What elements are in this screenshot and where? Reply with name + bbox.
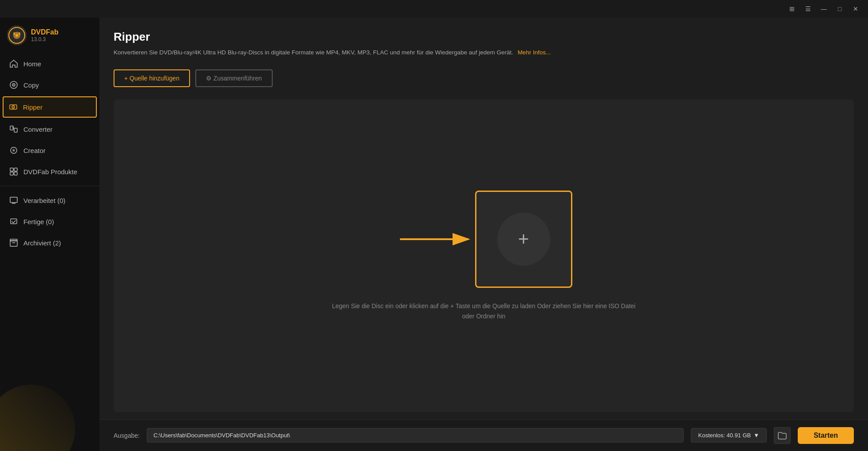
done-icon: [9, 217, 18, 226]
ripper-icon: [9, 103, 18, 111]
sidebar-item-ripper-label: Ripper: [23, 103, 42, 111]
sidebar-item-copy[interactable]: Copy: [0, 74, 99, 96]
add-circle: +: [497, 213, 550, 266]
main-content: Ripper Konvertieren Sie DVD/Blu-ray/4K U…: [99, 18, 868, 451]
svg-rect-22: [11, 219, 17, 224]
sidebar-item-products[interactable]: DVDFab Produkte: [0, 161, 99, 182]
creator-icon: [9, 146, 18, 155]
svg-rect-24: [10, 239, 17, 241]
merge-button[interactable]: ⚙ Zusammenführen: [195, 69, 273, 87]
drop-zone[interactable]: + Legen Sie die Disc ein oder klicken au…: [114, 99, 854, 412]
converter-icon: [9, 125, 18, 134]
products-icon: [9, 167, 18, 176]
sidebar-item-home-label: Home: [23, 60, 41, 68]
toolbar: + Quelle hinzufügen ⚙ Zusammenführen: [99, 64, 868, 92]
sidebar-item-verarbeitet-label: Verarbeitet (0): [23, 197, 65, 204]
sidebar-item-creator-label: Creator: [23, 147, 46, 154]
close-icon: ✕: [853, 5, 858, 12]
sidebar-item-fertige[interactable]: Fertige (0): [0, 211, 99, 232]
page-description: Konvertieren Sie DVD/Blu-ray/4K Ultra HD…: [114, 48, 854, 57]
nav-divider: [0, 186, 99, 186]
sidebar: DVDFab 13.0.3 Home: [0, 18, 99, 451]
sidebar-item-archiviert-label: Archiviert (2): [23, 239, 61, 247]
settings-button[interactable]: ⊞: [784, 2, 800, 15]
archive-icon: [9, 238, 18, 247]
svg-rect-18: [14, 168, 17, 171]
folder-icon: [778, 432, 787, 440]
add-source-button[interactable]: + Quelle hinzufügen: [114, 69, 190, 87]
free-space-text: Kostenlos: 40.91 GB: [698, 432, 751, 439]
content-header: Ripper Konvertieren Sie DVD/Blu-ray/4K U…: [99, 18, 868, 64]
maximize-button[interactable]: □: [832, 2, 848, 15]
svg-point-4: [13, 32, 15, 35]
svg-rect-17: [10, 168, 13, 171]
sidebar-item-home[interactable]: Home: [0, 53, 99, 74]
output-label: Ausgabe:: [114, 432, 140, 439]
copy-icon: [9, 80, 18, 89]
brand-name: DVDFab: [31, 28, 58, 36]
titlebar: ⊞ ☰ — □ ✕: [0, 0, 868, 18]
dropdown-arrow-icon: ▼: [754, 432, 759, 439]
svg-rect-21: [10, 197, 17, 203]
start-button[interactable]: Starten: [798, 427, 854, 444]
version-number: 13.0.3: [31, 36, 58, 42]
folder-button[interactable]: [774, 427, 791, 444]
svg-point-3: [15, 34, 18, 37]
plus-icon: +: [518, 230, 529, 248]
svg-point-11: [13, 107, 14, 107]
sidebar-nav: Home Copy: [0, 53, 99, 451]
drop-zone-inner: + Legen Sie die Disc ein oder klicken au…: [329, 191, 639, 321]
svg-point-8: [13, 84, 14, 85]
sidebar-item-verarbeitet[interactable]: Verarbeitet (0): [0, 190, 99, 211]
arrow-graphic: [396, 222, 475, 257]
svg-rect-20: [14, 172, 17, 175]
sidebar-item-converter[interactable]: Converter: [0, 118, 99, 140]
home-icon: [9, 59, 18, 68]
close-button[interactable]: ✕: [848, 2, 864, 15]
drop-zone-wrapper: + Legen Sie die Disc ein oder klicken au…: [99, 92, 868, 419]
sidebar-item-archiviert[interactable]: Archiviert (2): [0, 232, 99, 253]
free-space: Kostenlos: 40.91 GB ▼: [691, 428, 767, 443]
arrow-box-container: +: [396, 191, 572, 288]
drop-hint: Legen Sie die Disc ein oder klicken auf …: [329, 301, 639, 321]
processing-icon: [9, 196, 18, 205]
svg-rect-23: [10, 241, 17, 246]
sidebar-item-ripper[interactable]: Ripper: [3, 96, 97, 118]
more-info-link[interactable]: Mehr Infos...: [518, 49, 551, 56]
settings-icon: ⊞: [789, 5, 795, 12]
svg-point-5: [19, 32, 20, 35]
page-title: Ripper: [114, 30, 854, 44]
svg-point-16: [13, 150, 14, 151]
sidebar-item-products-label: DVDFab Produkte: [23, 168, 77, 176]
menu-button[interactable]: ☰: [800, 2, 816, 15]
maximize-icon: □: [838, 5, 841, 12]
description-text: Konvertieren Sie DVD/Blu-ray/4K Ultra HD…: [114, 49, 513, 56]
sidebar-item-copy-label: Copy: [23, 81, 39, 89]
add-box[interactable]: +: [475, 191, 572, 288]
app-layout: DVDFab 13.0.3 Home: [0, 18, 868, 451]
minimize-button[interactable]: —: [816, 2, 832, 15]
sidebar-item-fertige-label: Fertige (0): [23, 218, 54, 226]
sidebar-item-converter-label: Converter: [23, 126, 53, 133]
logo-area: DVDFab 13.0.3: [0, 18, 99, 53]
svg-rect-19: [10, 172, 13, 175]
logo-text: DVDFab 13.0.3: [31, 28, 58, 42]
sidebar-item-creator[interactable]: Creator: [0, 140, 99, 161]
minimize-icon: —: [821, 5, 827, 12]
output-path[interactable]: C:\Users\fab\Documents\DVDFab\DVDFab13\O…: [147, 428, 684, 443]
svg-rect-13: [14, 128, 17, 132]
bottom-bar: Ausgabe: C:\Users\fab\Documents\DVDFab\D…: [99, 419, 868, 451]
menu-icon: ☰: [805, 5, 811, 12]
logo-icon: [7, 26, 27, 45]
